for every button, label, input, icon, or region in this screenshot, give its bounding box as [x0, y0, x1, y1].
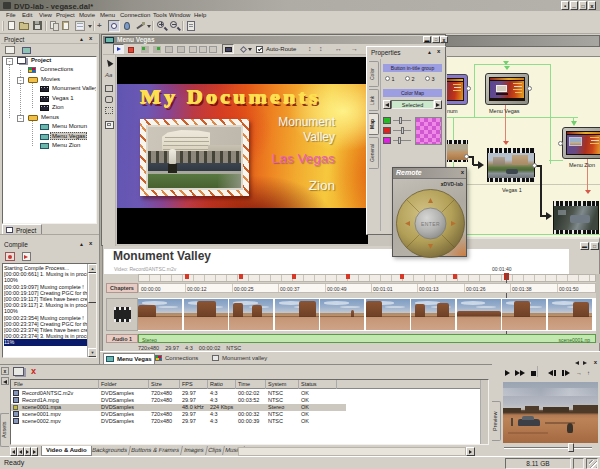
svg-text:ENTER: ENTER	[421, 221, 440, 227]
